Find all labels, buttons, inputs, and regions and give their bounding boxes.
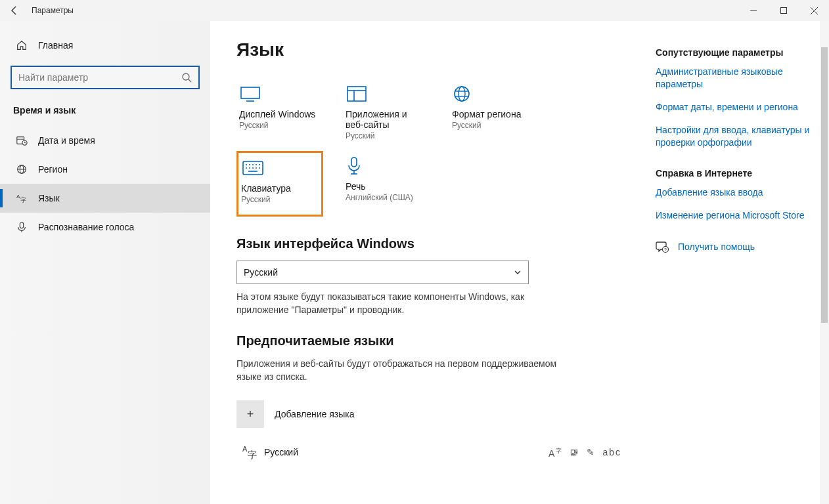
tile-display[interactable]: Дисплей Windows Русский <box>236 79 323 144</box>
svg-point-21 <box>455 87 469 101</box>
window-title: Параметры <box>29 6 74 15</box>
tile-title: Речь <box>346 181 427 192</box>
get-help-link[interactable]: ? Получить помощь <box>656 240 817 253</box>
tile-subtitle: Русский <box>346 131 427 140</box>
handwriting-badge-icon: ✎ <box>587 447 596 459</box>
sidebar-group-heading: Время и язык <box>0 101 210 126</box>
preferred-languages-heading: Предпочитаемые языки <box>236 333 625 348</box>
page-title: Язык <box>236 39 625 60</box>
sidebar-item-label: Язык <box>38 193 60 203</box>
svg-rect-14 <box>20 222 23 228</box>
svg-point-22 <box>459 87 465 101</box>
windows-panels-icon <box>346 83 427 105</box>
globe-icon <box>452 83 533 105</box>
microphone-icon <box>16 221 28 233</box>
chat-help-icon: ? <box>656 240 669 253</box>
titlebar: Параметры <box>0 0 829 21</box>
add-language-label: Добавление языка <box>275 409 355 419</box>
search-icon <box>181 72 192 83</box>
svg-text:字: 字 <box>20 197 26 203</box>
plus-icon: + <box>236 400 264 428</box>
language-icon: A字 <box>236 444 264 461</box>
tts-badge-icon: 🖳 <box>570 447 580 459</box>
preferred-languages-desc: Приложения и веб-сайты будут отображатьс… <box>236 358 578 383</box>
svg-rect-18 <box>347 87 366 101</box>
sidebar-home-label: Главная <box>38 40 73 51</box>
help-link[interactable]: Добавление языка ввода <box>656 186 817 199</box>
tile-subtitle: Английский (США) <box>346 193 427 202</box>
tile-subtitle: Русский <box>452 121 533 130</box>
close-button[interactable] <box>799 0 829 21</box>
scrollbar[interactable] <box>820 21 829 504</box>
tile-keyboard[interactable]: Клавиатура Русский <box>236 151 323 217</box>
tile-subtitle: Русский <box>239 121 321 130</box>
sidebar-item-speech[interactable]: Распознавание голоса <box>0 213 210 242</box>
display-language-desc: На этом языке будут показываться такие к… <box>236 291 578 316</box>
related-link[interactable]: Административные языковые параметры <box>656 66 817 91</box>
calendar-clock-icon <box>16 135 28 146</box>
sidebar-item-region[interactable]: Регион <box>0 155 210 184</box>
minimize-button[interactable] <box>738 0 769 21</box>
help-link[interactable]: Изменение региона Microsoft Store <box>656 209 817 222</box>
svg-line-5 <box>189 79 191 82</box>
sidebar-item-datetime[interactable]: Дата и время <box>0 126 210 155</box>
get-help-label: Получить помощь <box>678 242 755 252</box>
display-language-heading: Язык интерфейса Windows <box>236 236 625 251</box>
svg-point-4 <box>183 74 189 80</box>
tile-title: Формат региона <box>452 109 533 119</box>
language-row[interactable]: A字 Русский A字 🖳 ✎ abc <box>236 440 625 465</box>
sidebar-home[interactable]: Главная <box>0 33 210 58</box>
tile-apps-websites[interactable]: Приложения и веб-сайты Русский <box>343 79 430 144</box>
tile-region-format[interactable]: Формат региона Русский <box>449 79 536 144</box>
home-icon <box>16 39 28 51</box>
search-input[interactable] <box>18 72 181 83</box>
sidebar: Главная Время и язык Дата и время Регион… <box>0 21 210 504</box>
display-language-select[interactable]: Русский <box>236 261 529 284</box>
language-feature-badges: A字 🖳 ✎ abc <box>549 447 625 459</box>
display-badge-icon: A字 <box>549 447 563 459</box>
tile-title: Приложения и веб-сайты <box>346 109 427 130</box>
scrollbar-thumb[interactable] <box>821 47 828 323</box>
svg-rect-37 <box>351 158 357 167</box>
chevron-down-icon <box>514 268 522 276</box>
keyboard-icon <box>241 157 319 179</box>
language-icon: A字 <box>16 192 28 204</box>
help-heading: Справка в Интернете <box>656 168 817 178</box>
back-button[interactable] <box>0 0 29 21</box>
sidebar-search[interactable] <box>11 66 200 89</box>
svg-rect-1 <box>781 8 787 14</box>
sidebar-item-label: Распознавание голоса <box>38 222 134 232</box>
related-link[interactable]: Настройки для ввода, клавиатуры и провер… <box>656 124 817 149</box>
maximize-button[interactable] <box>769 0 799 21</box>
tile-speech[interactable]: Речь Английский (США) <box>343 151 430 217</box>
spellcheck-badge-icon: abc <box>602 447 621 459</box>
sidebar-item-label: Дата и время <box>38 135 95 146</box>
related-heading: Сопутствующие параметры <box>656 47 817 58</box>
svg-text:A: A <box>242 445 248 453</box>
microphone-icon <box>346 155 427 177</box>
related-panel: Сопутствующие параметры Административные… <box>652 21 829 504</box>
tile-subtitle: Русский <box>241 195 319 204</box>
tile-title: Клавиатура <box>241 183 319 194</box>
related-link[interactable]: Формат даты, времени и региона <box>656 101 817 114</box>
add-language-button[interactable]: + Добавление языка <box>236 400 625 428</box>
language-name: Русский <box>264 447 549 457</box>
svg-text:A: A <box>16 194 20 200</box>
display-language-value: Русский <box>244 267 278 278</box>
svg-text:?: ? <box>664 247 667 252</box>
svg-rect-16 <box>241 87 259 98</box>
content-area: Язык Дисплей Windows Русский Приложения … <box>210 21 652 504</box>
sidebar-item-label: Регион <box>38 164 68 175</box>
globe-icon <box>16 163 28 175</box>
sidebar-item-language[interactable]: A字 Язык <box>0 184 210 213</box>
monitor-icon <box>239 83 321 105</box>
svg-text:字: 字 <box>248 450 257 460</box>
tile-title: Дисплей Windows <box>239 109 321 119</box>
window-controls <box>738 0 829 21</box>
